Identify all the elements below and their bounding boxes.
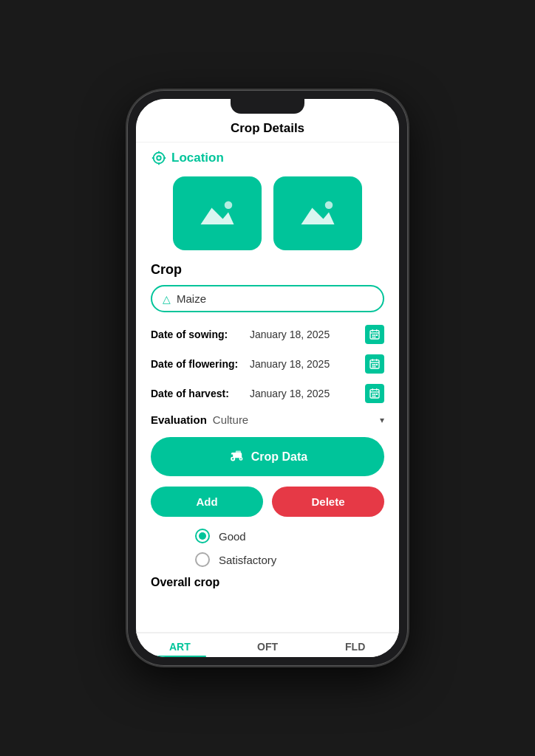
svg-marker-7	[201, 208, 234, 225]
calendar-flowering-icon[interactable]	[365, 354, 384, 374]
date-flowering-label: Date of flowering:	[151, 358, 247, 370]
radio-good[interactable]	[195, 529, 210, 543]
svg-rect-20	[374, 337, 375, 338]
svg-rect-28	[372, 366, 374, 368]
location-row[interactable]: Location	[136, 142, 399, 171]
svg-point-11	[325, 202, 333, 210]
location-label: Location	[171, 151, 224, 165]
bottom-nav: ART OFT FLD	[136, 632, 399, 657]
tractor-icon	[228, 447, 245, 466]
crop-input-container[interactable]: △	[151, 285, 384, 312]
svg-rect-35	[374, 394, 375, 395]
chevron-down-icon: ▾	[380, 415, 384, 425]
svg-rect-43	[230, 454, 233, 457]
add-button-label: Add	[196, 495, 217, 508]
screen-content: Crop Details Location	[136, 114, 399, 632]
svg-rect-19	[372, 337, 374, 338]
crop-data-button[interactable]: Crop Data	[151, 437, 384, 476]
crop-section-label: Crop	[136, 259, 399, 282]
add-button[interactable]: Add	[151, 487, 263, 517]
date-sowing-row: Date of sowing: January 18, 2025	[136, 320, 399, 349]
calendar-svg-1	[369, 329, 381, 340]
svg-point-44	[232, 458, 234, 459]
crop-image-2[interactable]	[273, 176, 362, 250]
status-bar	[136, 99, 399, 114]
svg-rect-37	[372, 396, 374, 397]
crop-type-icon: △	[163, 293, 171, 305]
svg-rect-42	[236, 451, 241, 455]
phone-screen: Crop Details Location	[136, 99, 399, 657]
svg-rect-16	[372, 334, 374, 336]
svg-rect-38	[374, 396, 375, 397]
image-icon-2	[296, 195, 340, 232]
date-harvest-label: Date of harvest:	[151, 388, 247, 399]
phone-frame: Crop Details Location	[127, 90, 408, 666]
image-icon-1	[195, 195, 239, 232]
svg-rect-36	[376, 394, 378, 395]
calendar-svg-2	[369, 358, 381, 370]
calendar-svg-3	[369, 388, 381, 399]
page-header: Crop Details	[136, 114, 399, 142]
nav-art-label: ART	[169, 641, 191, 653]
svg-point-0	[154, 153, 165, 164]
svg-rect-17	[374, 334, 375, 336]
location-icon	[151, 150, 167, 166]
overall-crop-label: Overall crop	[136, 571, 399, 592]
svg-point-8	[225, 202, 233, 210]
crop-data-button-label: Crop Data	[251, 450, 307, 464]
svg-point-1	[157, 156, 161, 160]
nav-item-oft[interactable]: OFT	[224, 633, 312, 657]
radio-satisfactory-label: Satisfactory	[219, 554, 276, 566]
crop-input[interactable]	[177, 292, 372, 305]
date-sowing-label: Date of sowing:	[151, 329, 247, 340]
calendar-harvest-icon[interactable]	[365, 384, 384, 403]
nav-item-art[interactable]: ART	[136, 633, 224, 657]
nav-fld-label: FLD	[345, 641, 365, 653]
svg-point-45	[240, 458, 242, 460]
images-row	[136, 171, 399, 259]
calendar-sowing-icon[interactable]	[365, 325, 384, 344]
evaluation-row: Evaluation Culture Field Other ▾	[136, 408, 399, 431]
evaluation-select[interactable]: Culture Field Other	[213, 413, 374, 426]
nav-item-fld[interactable]: FLD	[311, 633, 399, 657]
radio-satisfactory-row[interactable]: Satisfactory	[136, 548, 399, 571]
date-flowering-value: January 18, 2025	[250, 358, 362, 370]
svg-rect-18	[376, 334, 378, 336]
evaluation-label: Evaluation	[151, 413, 207, 426]
page-title: Crop Details	[231, 121, 304, 135]
radio-satisfactory[interactable]	[195, 552, 210, 567]
svg-rect-26	[374, 364, 375, 365]
radio-good-row[interactable]: Good	[136, 524, 399, 548]
delete-button-label: Delete	[311, 495, 344, 508]
date-flowering-row: Date of flowering: January 18, 2025	[136, 349, 399, 379]
svg-rect-29	[374, 366, 375, 368]
date-harvest-value: January 18, 2025	[250, 388, 362, 399]
svg-marker-10	[301, 208, 335, 225]
svg-rect-25	[372, 364, 374, 365]
nav-oft-label: OFT	[257, 641, 278, 653]
date-sowing-value: January 18, 2025	[250, 329, 362, 340]
action-row: Add Delete	[136, 484, 399, 524]
radio-good-label: Good	[219, 530, 246, 543]
delete-button[interactable]: Delete	[272, 487, 384, 517]
crop-image-1[interactable]	[173, 176, 262, 250]
notch	[231, 99, 304, 114]
svg-rect-27	[376, 364, 378, 365]
date-harvest-row: Date of harvest: January 18, 2025	[136, 379, 399, 408]
svg-rect-34	[372, 394, 374, 395]
